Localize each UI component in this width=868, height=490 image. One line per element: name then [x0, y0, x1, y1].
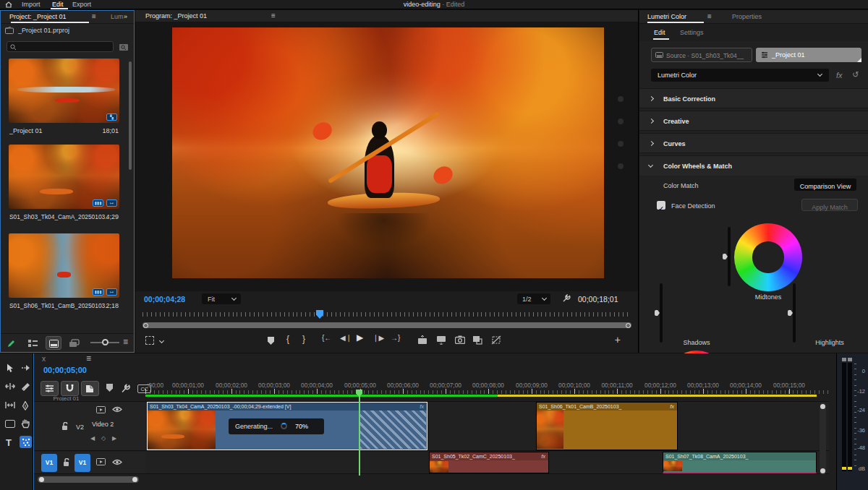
timeline-playhead-line[interactable] [359, 394, 360, 476]
zoom-handle-right[interactable] [132, 477, 137, 482]
go-to-out-icon[interactable]: →} [391, 334, 400, 342]
track-lock-icon[interactable] [63, 458, 70, 467]
writable-pencil-icon[interactable] [7, 339, 16, 348]
add-marker-icon[interactable] [268, 337, 274, 345]
source-track-icon[interactable] [96, 406, 106, 413]
tab-project[interactable]: Project: _Project 01 [9, 13, 67, 20]
face-detection-checkbox[interactable]: ✓ [657, 201, 665, 210]
project-panel-menu-icon[interactable]: ≡ [92, 13, 96, 20]
hand-tool-icon[interactable] [21, 418, 30, 429]
timeline-ruler[interactable]: ;00;00 00;00;01;00 00;00;02;00 00;00;03;… [145, 381, 829, 398]
safe-margins-icon[interactable] [145, 336, 154, 345]
razor-tool-icon[interactable] [21, 382, 30, 391]
multicam-icon[interactable] [491, 335, 501, 345]
section-creative[interactable]: Creative [639, 111, 868, 131]
search-input[interactable] [19, 43, 110, 51]
effect-dropdown[interactable]: Lumetri Color [651, 69, 829, 82]
slip-tool-icon[interactable] [5, 401, 15, 409]
generative-extend-tool-icon[interactable] [20, 436, 32, 448]
playback-resolution-select[interactable]: 1/2 [517, 293, 550, 304]
clip-extended[interactable]: S01_Sh03_Tk04_CamA_20250103_-00;00;04;29… [147, 402, 427, 450]
ripple-edit-tool-icon[interactable] [5, 382, 15, 390]
comparison-view-icon[interactable] [472, 335, 482, 345]
program-playhead[interactable] [316, 310, 323, 319]
clip-teal[interactable]: S01_Sh07_Tk08_CamA_20250103_ [663, 452, 817, 473]
transport-chevron-icon[interactable] [159, 338, 164, 343]
track-visibility-eye-icon[interactable] [112, 459, 122, 465]
extract-icon[interactable] [436, 335, 446, 345]
source-track-icon[interactable] [96, 458, 106, 465]
list-view-icon[interactable] [28, 340, 38, 347]
mark-out-icon[interactable]: } [302, 334, 305, 344]
program-panel-menu-icon[interactable]: ≡ [271, 12, 276, 20]
linked-selection-button[interactable] [81, 381, 99, 396]
track-name-v2[interactable]: Video 2 [92, 421, 114, 428]
zoom-handle-left[interactable] [39, 477, 44, 482]
snap-magnet-button[interactable] [61, 381, 79, 396]
comparison-view-button[interactable]: Comparison View [794, 179, 856, 191]
program-scrollbar[interactable] [142, 322, 631, 328]
step-back-icon[interactable]: ◀❘ [340, 334, 352, 342]
go-to-in-icon[interactable]: {← [322, 334, 331, 342]
tab-program[interactable]: Program: _Project 01 [145, 12, 207, 20]
freeform-view-icon[interactable] [69, 339, 80, 348]
vscroll-handle-bottom[interactable] [820, 468, 825, 473]
timeline-wrench-icon[interactable] [121, 384, 130, 393]
play-icon[interactable]: ▶ [357, 332, 363, 343]
track-target-v1-button[interactable]: V1 [75, 454, 90, 472]
vscroll-handle-top[interactable] [820, 404, 825, 409]
next-keyframe-icon[interactable]: ▶ [112, 435, 116, 442]
clip-red[interactable]: S01_Sh05_Tk02_CamC_20250103_ fx [429, 452, 549, 473]
track-visibility-eye-icon[interactable] [112, 406, 122, 413]
tab-overflow-icon[interactable]: » [124, 13, 127, 20]
timeline-panel-menu-icon[interactable]: ≡ [86, 355, 91, 362]
button-editor-plus-icon[interactable]: + [615, 334, 621, 345]
project-root-row[interactable]: _Project 01.prproj [1, 25, 134, 37]
timeline-marker-icon[interactable] [106, 384, 113, 392]
clip-orange[interactable]: S01_Sh06_Tk01_CamB_20250103_ fx [536, 402, 678, 450]
source-clip-button[interactable]: Source · S01_Sh03_Tk04__ [651, 48, 752, 62]
subtab-edit[interactable]: Edit [654, 29, 665, 36]
midtones-luma-slider[interactable] [728, 227, 731, 286]
previous-keyframe-icon[interactable]: ◀ [90, 435, 95, 442]
rectangle-tool-icon[interactable] [5, 420, 15, 428]
project-item-clip2[interactable]: ▮▮▮ ↦ S01_Sh06_Tk01_CamB_20250103.. 2;18 [9, 233, 120, 319]
tab-properties[interactable]: Properties [732, 13, 762, 20]
export-frame-icon[interactable] [455, 335, 465, 344]
scrollbar-right-handle[interactable] [626, 323, 631, 328]
project-footer-menu-icon[interactable]: ≡ [123, 338, 128, 345]
icon-view-button[interactable] [46, 336, 61, 350]
search-bin-icon[interactable] [119, 43, 129, 51]
highlights-luma-slider[interactable] [793, 283, 796, 343]
track-lock-icon[interactable] [61, 422, 69, 431]
pen-tool-icon[interactable] [21, 401, 30, 411]
section-color-wheels[interactable]: Color Wheels & Match [639, 155, 868, 176]
timeline-vertical-scrollbar[interactable] [820, 403, 826, 475]
program-timecode[interactable]: 00;00;04;28 [144, 295, 185, 304]
track-id-v2[interactable]: V2 [76, 424, 84, 431]
reset-effect-icon[interactable]: ↻ [852, 70, 859, 79]
zoom-level-select[interactable]: Fit [202, 293, 241, 304]
type-tool-icon[interactable]: T [6, 437, 12, 448]
target-clip-button[interactable]: _Project 01 [756, 48, 861, 62]
nest-sequence-button[interactable] [41, 381, 59, 396]
tab-lumetri-truncated[interactable]: Lum [111, 13, 124, 20]
lumetri-panel-menu-icon[interactable]: ≡ [707, 13, 712, 20]
section-basic-correction[interactable]: Basic Correction [639, 88, 868, 108]
timeline-timecode[interactable]: 00;00;05;00 [43, 366, 87, 374]
zoom-slider-handle[interactable] [102, 339, 109, 345]
fx-bypass-icon[interactable]: fx [836, 71, 843, 79]
source-patch-v1-button[interactable]: V1 [41, 454, 57, 472]
timeline-zoom-scrollbar[interactable] [38, 476, 139, 483]
step-forward-icon[interactable]: ❘▶ [373, 334, 384, 342]
search-box[interactable] [7, 41, 114, 52]
timeline-close-button[interactable]: x [42, 355, 46, 363]
settings-wrench-icon[interactable] [562, 294, 571, 303]
project-scrollbar[interactable] [129, 61, 132, 170]
subtab-settings[interactable]: Settings [680, 29, 704, 36]
tab-lumetri-color[interactable]: Lumetri Color [647, 13, 686, 20]
section-curves[interactable]: Curves [639, 133, 868, 153]
program-video-frame[interactable] [172, 27, 604, 278]
apply-match-button[interactable]: Apply Match [801, 199, 858, 211]
add-keyframe-icon[interactable]: ◇ [101, 435, 106, 442]
